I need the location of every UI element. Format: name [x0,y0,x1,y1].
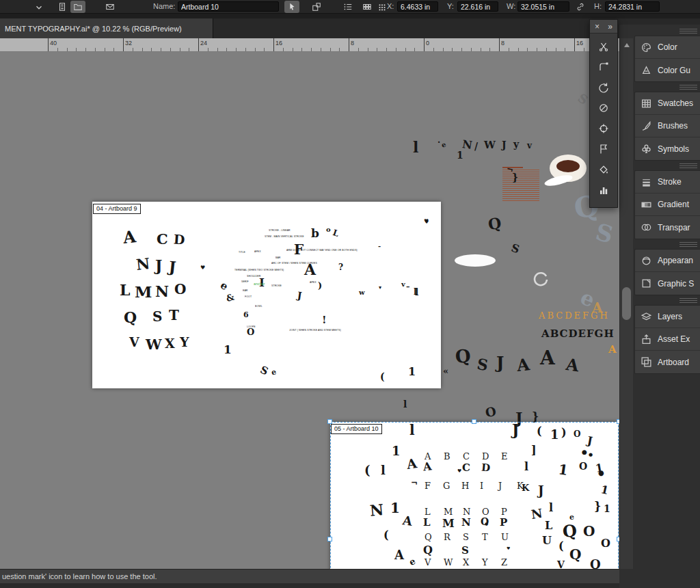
artboard-9-label[interactable]: 04 - Artboard 9 [93,204,141,214]
glyph: C [463,452,470,461]
dock-item-symbols[interactable]: Symbols [635,137,700,160]
dock-item-swatches[interactable]: Swatches [635,92,700,115]
no-symbol-icon [598,103,609,113]
dock-item-graphic-s[interactable]: Graphic S [635,272,700,295]
y-input[interactable] [457,1,498,12]
envelope-icon[interactable] [103,1,118,13]
panel-grip[interactable] [679,85,697,90]
horizontal-ruler[interactable]: 4032241680816 [0,38,619,52]
glyph: J [498,481,502,490]
dock-item-gradient[interactable]: Gradient [635,193,700,216]
chevron-down-icon[interactable] [34,3,44,12]
glyph: J [502,140,507,150]
move-cursor-icon[interactable] [284,1,299,13]
glyph: T [482,533,488,542]
glyph: S [461,546,469,556]
artboard-9[interactable]: 04 - Artboard 9 ACDNJJ♥LMNOQSTVWXY1e&6OS… [92,202,441,388]
glyph: Q [487,215,502,232]
dock-item-transpar[interactable]: Transpar [635,216,700,239]
bucket-icon [598,164,609,175]
document-tab[interactable]: MENT TYPOGRAPHY.ai* @ 10.22 % (RGB/Previ… [0,18,213,38]
x-label: X: [387,2,394,10]
glyph: } [532,412,539,423]
glyph: G [443,481,450,490]
dock-item-label: Brushes [658,121,688,131]
corner-widget-tool[interactable] [593,57,614,76]
glyph: O [583,524,595,538]
glyph: A [406,457,418,471]
glyph: J [587,435,593,446]
artboard-10-label[interactable]: 05 - Artboard 10 [331,424,382,434]
glyph: W [444,558,453,567]
dock-item-color-gu[interactable]: Color Gu [635,59,700,81]
dock-item-asset-ex[interactable]: Asset Ex [635,328,700,351]
glyph: l [403,399,407,409]
glyph: J [538,485,544,497]
dock-item-brushes[interactable]: Brushes [635,115,700,137]
anatomy-label: LOOPE [247,325,256,328]
glyph: l [414,288,417,296]
target-tool[interactable] [593,119,614,137]
swatches-icon [641,98,652,109]
clipping-tool[interactable] [593,98,614,117]
live-paint-bucket-tool[interactable] [593,160,614,178]
artboard-presets-icon[interactable] [309,1,324,13]
dock-item-appearan[interactable]: Appearan [635,250,700,272]
panel-grip[interactable] [679,298,697,303]
canvas[interactable]: 04 - Artboard 9 ACDNJJ♥LMNOQSTVWXY1e&6OS… [0,52,619,569]
document-icon[interactable] [55,1,70,13]
glyph: C [157,232,168,246]
panel-grip[interactable] [679,242,697,247]
scroll-up-arrow-icon[interactable] [624,43,630,47]
glyph: « [443,366,448,375]
x-input[interactable] [397,1,438,12]
rotate-tool[interactable] [593,78,614,96]
glyph: ( [383,530,389,541]
grid-icon[interactable] [360,1,375,13]
glyph: S [258,364,269,377]
folder-icon[interactable] [70,1,85,13]
artboard-10[interactable]: 05 - Artboard 10 ACDLMNOPQSlJ1(lA¬♥N1A(A… [330,422,619,569]
glyph: / [474,142,478,151]
glyph: M [444,507,453,516]
dock-item-color[interactable]: Color [635,36,700,59]
glyph: O [482,507,489,516]
glyph: 1 [558,462,569,477]
link-dimensions-icon[interactable] [573,1,588,13]
panel-grip[interactable] [679,163,697,168]
dock-item-layers[interactable]: Layers [635,306,700,328]
glyph: o [326,226,331,233]
dock-item-stroke[interactable]: Stroke [635,171,700,193]
anatomy-label: FOOT [245,295,252,298]
list-view-icon[interactable] [340,1,355,13]
close-icon[interactable]: × [595,22,600,31]
scroll-thumb[interactable] [622,287,631,320]
vertical-scrollbar[interactable] [619,38,633,569]
glyph: S [510,243,521,256]
anatomy-label: ARC OF STEM / WHEN STEM CURVES [271,262,317,265]
scissors-tool[interactable] [593,37,614,55]
glyph: N [461,518,471,528]
y-label: Y: [447,2,454,10]
glyph: e [569,513,574,521]
glyph: Q [590,559,601,569]
w-input[interactable] [517,1,569,12]
glyph: l [524,462,528,472]
panel-overflow-icon[interactable]: » [608,22,612,31]
glyph: M [442,518,455,529]
mesh-tool[interactable] [593,139,614,158]
artboard-name-input[interactable] [178,1,279,12]
dock-group: SwatchesBrushesSymbols [634,92,700,161]
glyph: ¬ [411,479,418,487]
column-graph-tool[interactable] [593,181,614,199]
panel-grip[interactable] [679,29,697,34]
h-input[interactable] [605,1,660,12]
circular-stroke-shape [532,269,550,287]
dock-group: ColorColor Gu [634,36,700,82]
glyph: F [294,243,304,256]
anatomy-label: anchor [254,282,265,286]
glyph: B [444,452,450,461]
anatomy-label: BOWL [255,305,262,308]
dock-item-artboard[interactable]: Artboard [635,351,700,373]
glyph: ♥ [457,468,461,473]
